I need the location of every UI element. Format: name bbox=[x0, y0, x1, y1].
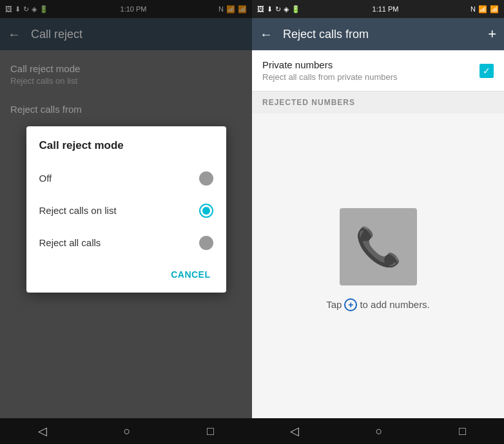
right-bottom-nav: ◁ ○ □ bbox=[252, 418, 504, 444]
private-numbers-title: Private numbers bbox=[262, 59, 398, 70]
dialog-option-off[interactable]: Off bbox=[26, 162, 226, 195]
right-back-nav-icon[interactable]: ◁ bbox=[290, 424, 299, 438]
left-bottom-nav: ◁ ○ □ bbox=[0, 418, 252, 444]
right-screenshot-icon: 🖼 bbox=[257, 5, 264, 13]
dialog-title: Call reject mode bbox=[26, 139, 226, 162]
private-numbers-checkbox[interactable]: ✓ bbox=[480, 64, 494, 78]
dialog-option-reject-list-label: Reject calls on list bbox=[39, 205, 117, 216]
right-signal-icon: 📶 bbox=[490, 5, 499, 14]
right-home-nav-icon[interactable]: ○ bbox=[376, 425, 383, 438]
right-nfc-icon2: N bbox=[470, 5, 476, 13]
right-status-left: 🖼 ⬇ ↻ ◈ 🔋 bbox=[257, 5, 300, 14]
radio-reject-all[interactable] bbox=[199, 236, 213, 250]
cancel-button[interactable]: CANCEL bbox=[163, 264, 218, 285]
dialog-option-reject-all[interactable]: Reject all calls bbox=[26, 227, 226, 259]
right-status-bar: 🖼 ⬇ ↻ ◈ 🔋 1:11 PM N 📶 📶 bbox=[252, 0, 504, 18]
private-numbers-subtitle: Reject all calls from private numbers bbox=[262, 72, 398, 82]
right-download-icon: ⬇ bbox=[267, 5, 273, 14]
tap-text-before: Tap bbox=[326, 299, 342, 310]
dialog-option-off-label: Off bbox=[39, 173, 52, 184]
recent-nav-icon[interactable]: □ bbox=[207, 425, 214, 438]
empty-state: 📞 Tap + to add numbers. bbox=[252, 113, 504, 444]
right-nfc-icon: ◈ bbox=[284, 5, 289, 14]
rejected-numbers-header: REJECTED NUMBERS bbox=[252, 92, 504, 113]
right-recent-nav-icon[interactable]: □ bbox=[459, 425, 466, 438]
add-number-button[interactable]: + bbox=[488, 26, 496, 43]
tap-text-after: to add numbers. bbox=[360, 299, 429, 310]
right-toolbar: ← Reject calls from + bbox=[252, 18, 504, 50]
private-numbers-text: Private numbers Reject all calls from pr… bbox=[262, 59, 398, 82]
left-panel: 🖼 ⬇ ↻ ◈ 🔋 1:10 PM N 📶 📶 ← Call reject Ca… bbox=[0, 0, 252, 444]
back-nav-icon[interactable]: ◁ bbox=[38, 424, 47, 438]
right-sync-icon: ↻ bbox=[275, 5, 281, 14]
right-time: 1:11 PM bbox=[373, 5, 399, 13]
radio-off[interactable] bbox=[199, 171, 213, 186]
tap-to-add-text: Tap + to add numbers. bbox=[326, 298, 430, 311]
home-nav-icon[interactable]: ○ bbox=[124, 425, 131, 438]
right-battery-icon: 🔋 bbox=[291, 5, 300, 14]
call-reject-dialog: Call reject mode Off Reject calls on lis… bbox=[26, 126, 226, 293]
right-panel: 🖼 ⬇ ↻ ◈ 🔋 1:11 PM N 📶 📶 ← Reject calls f… bbox=[252, 0, 504, 444]
plus-add-icon[interactable]: + bbox=[344, 298, 357, 311]
dialog-actions: CANCEL bbox=[26, 259, 226, 293]
right-wifi-icon: 📶 bbox=[478, 5, 487, 14]
dialog-option-reject-all-label: Reject all calls bbox=[39, 237, 101, 248]
private-numbers-item[interactable]: Private numbers Reject all calls from pr… bbox=[252, 50, 504, 92]
dialog-option-reject-list[interactable]: Reject calls on list bbox=[26, 195, 226, 227]
right-toolbar-left: ← Reject calls from bbox=[260, 27, 369, 42]
right-toolbar-title: Reject calls from bbox=[283, 28, 369, 41]
right-back-button[interactable]: ← bbox=[260, 27, 273, 42]
phone-icon-box: 📞 bbox=[340, 208, 417, 285]
dialog-overlay: Call reject mode Off Reject calls on lis… bbox=[0, 0, 252, 418]
radio-reject-list[interactable] bbox=[199, 204, 213, 218]
phone-icon: 📞 bbox=[355, 225, 402, 269]
right-status-right: N 📶 📶 bbox=[470, 5, 499, 14]
